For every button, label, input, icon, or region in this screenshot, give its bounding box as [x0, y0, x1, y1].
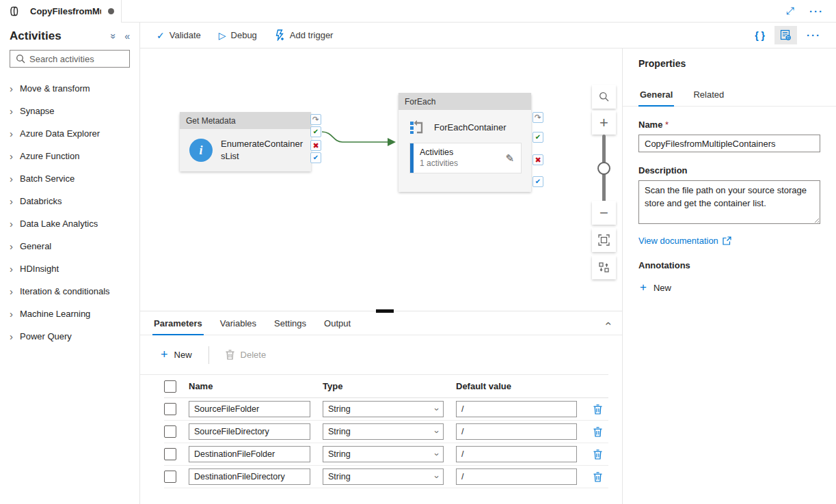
- on-failure-port-icon[interactable]: ✖: [310, 140, 321, 151]
- parameter-type-select[interactable]: String›: [323, 468, 444, 485]
- rerun-port-icon[interactable]: ↷: [532, 112, 543, 123]
- on-failure-port-icon[interactable]: ✖: [532, 154, 543, 165]
- sidebar-item-machine-learning[interactable]: ›Machine Learning: [10, 303, 130, 325]
- sidebar-item-power-query[interactable]: ›Power Query: [10, 325, 130, 348]
- sidebar-item-iteration-conditionals[interactable]: ›Iteration & conditionals: [10, 280, 130, 303]
- activities-search[interactable]: [10, 50, 130, 68]
- checkmark-icon: ✓: [157, 30, 165, 41]
- rerun-port-icon[interactable]: ↷: [310, 114, 321, 125]
- parameter-type-select[interactable]: String›: [323, 446, 444, 462]
- tab-general[interactable]: General: [638, 85, 674, 106]
- node-type-label: ForEach: [399, 93, 531, 110]
- properties-panel: Properties General Related Name * Descri…: [622, 48, 836, 504]
- activity-node-get-metadata[interactable]: Get Metadata i EnumerateContainersList: [180, 112, 311, 171]
- zoom-in-button[interactable]: +: [592, 111, 616, 135]
- row-checkbox[interactable]: [164, 403, 176, 415]
- delete-row-icon[interactable]: [589, 404, 606, 415]
- new-parameter-button[interactable]: + New: [161, 348, 192, 362]
- sidebar-item-data-lake-analytics[interactable]: ›Data Lake Analytics: [10, 212, 130, 235]
- get-metadata-icon: i: [189, 139, 213, 162]
- tab-parameters[interactable]: Parameters: [152, 311, 204, 335]
- pipeline-canvas[interactable]: Get Metadata i EnumerateContainersList ↷…: [140, 48, 622, 311]
- tab-variables[interactable]: Variables: [219, 311, 258, 335]
- on-completion-port-icon[interactable]: ✔: [532, 176, 543, 187]
- play-icon: ▷: [219, 30, 226, 41]
- edit-activities-icon[interactable]: ✎: [498, 143, 521, 173]
- delete-row-icon[interactable]: [589, 472, 606, 482]
- chevron-right-icon: ›: [10, 286, 13, 296]
- row-checkbox[interactable]: [164, 471, 176, 483]
- table-row: String›: [164, 398, 608, 421]
- sidebar-item-azure-data-explorer[interactable]: ›Azure Data Explorer: [10, 122, 130, 145]
- success-connector: [140, 48, 622, 311]
- on-completion-port-icon[interactable]: ✔: [310, 152, 321, 163]
- sidebar-item-databricks[interactable]: ›Databricks: [10, 190, 130, 212]
- expand-icon[interactable]: ⤢: [786, 5, 794, 17]
- parameter-default-input[interactable]: [456, 401, 577, 417]
- auto-align-button[interactable]: [592, 255, 616, 279]
- required-asterisk: *: [665, 120, 669, 130]
- pipeline-description-textarea[interactable]: Scan the file path on your source storag…: [638, 180, 820, 224]
- canvas-search-button[interactable]: [592, 85, 616, 109]
- row-checkbox[interactable]: [164, 448, 176, 460]
- parameter-name-input[interactable]: [189, 401, 310, 417]
- view-documentation-link[interactable]: View documentation: [638, 236, 820, 246]
- on-success-port-icon[interactable]: ✔: [532, 132, 543, 143]
- tab-output[interactable]: Output: [323, 311, 352, 335]
- parameter-type-select[interactable]: String›: [323, 401, 444, 417]
- parameter-type-select[interactable]: String›: [323, 423, 444, 440]
- sidebar-item-hdinsight[interactable]: ›HDInsight: [10, 257, 130, 280]
- search-input[interactable]: [29, 54, 124, 64]
- collapse-panel-icon[interactable]: ›: [606, 317, 610, 331]
- activity-node-foreach[interactable]: ForEach ForEachContainer: [399, 93, 531, 192]
- sidebar-item-move-transform[interactable]: ›Move & transform: [10, 77, 130, 100]
- chevron-right-icon: ›: [10, 128, 13, 139]
- on-success-port-icon[interactable]: ✔: [310, 126, 321, 137]
- tab-settings[interactable]: Settings: [273, 311, 308, 335]
- code-view-icon[interactable]: { }: [749, 27, 770, 44]
- more-options-icon[interactable]: ···: [801, 27, 826, 44]
- collapse-all-icon[interactable]: «: [107, 33, 118, 39]
- canvas-toolbar: ✓ Validate ▷ Debug Add trigger: [140, 23, 836, 48]
- properties-tabs: General Related: [623, 85, 836, 107]
- zoom-slider-knob[interactable]: [597, 162, 610, 175]
- pipeline-tab[interactable]: CopyFilesfromMul...: [0, 0, 122, 23]
- description-label: Description: [638, 165, 820, 176]
- panel-resize-handle[interactable]: [376, 309, 394, 313]
- chevron-right-icon: ›: [10, 241, 13, 251]
- parameter-default-input[interactable]: [456, 423, 577, 440]
- properties-toggle-icon[interactable]: [774, 26, 797, 44]
- sidebar-item-general[interactable]: ›General: [10, 235, 130, 257]
- zoom-out-button[interactable]: −: [592, 201, 616, 225]
- node-type-label: Get Metadata: [180, 112, 311, 129]
- sidebar-item-azure-function[interactable]: ›Azure Function: [10, 145, 130, 167]
- zoom-to-fit-button[interactable]: [592, 228, 616, 252]
- parameter-name-input[interactable]: [189, 423, 310, 440]
- add-trigger-button[interactable]: Add trigger: [275, 29, 334, 41]
- parameter-default-input[interactable]: [456, 446, 577, 462]
- collapse-sidebar-icon[interactable]: «: [124, 31, 130, 42]
- pipeline-name-input[interactable]: [638, 135, 820, 152]
- tab-related[interactable]: Related: [692, 85, 725, 106]
- sidebar-item-batch-service[interactable]: ›Batch Service: [10, 167, 130, 190]
- validate-button[interactable]: ✓ Validate: [157, 30, 201, 41]
- parameter-name-input[interactable]: [189, 468, 310, 485]
- table-row: String›: [164, 466, 608, 488]
- more-options-icon[interactable]: ···: [809, 5, 824, 17]
- chevron-right-icon: ›: [10, 331, 13, 341]
- pipeline-editor: CopyFilesfromMul... ⤢ ··· Activities « «: [0, 0, 836, 504]
- delete-row-icon[interactable]: [589, 449, 606, 460]
- select-all-checkbox[interactable]: [164, 380, 176, 393]
- sidebar-item-synapse[interactable]: ›Synapse: [10, 100, 130, 122]
- table-row: String›: [164, 443, 608, 466]
- row-checkbox[interactable]: [164, 425, 176, 438]
- foreach-activities-box[interactable]: Activities 1 activities ✎: [409, 143, 522, 173]
- chevron-right-icon: ›: [10, 196, 13, 206]
- parameter-name-input[interactable]: [189, 446, 310, 462]
- parameter-default-input[interactable]: [456, 468, 577, 485]
- new-annotation-button[interactable]: + New: [640, 281, 820, 294]
- debug-button[interactable]: ▷ Debug: [219, 30, 257, 41]
- tab-bar-right: ⤢ ···: [122, 0, 836, 23]
- delete-row-icon[interactable]: [589, 427, 606, 437]
- delete-parameter-button[interactable]: Delete: [226, 350, 267, 360]
